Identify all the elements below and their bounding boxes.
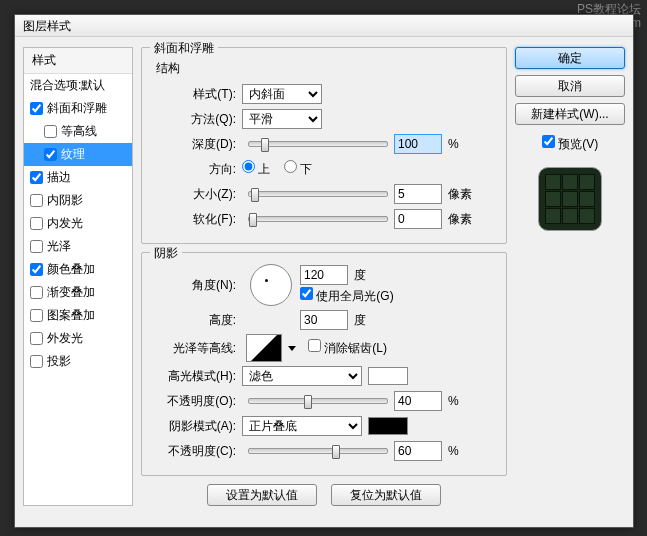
highlight-opacity-unit: % xyxy=(448,394,459,408)
shadow-opacity-unit: % xyxy=(448,444,459,458)
depth-slider[interactable] xyxy=(248,141,388,147)
style-item-checkbox[interactable] xyxy=(30,171,43,184)
altitude-input[interactable] xyxy=(300,310,348,330)
depth-unit: % xyxy=(448,137,459,151)
style-item-checkbox[interactable] xyxy=(30,217,43,230)
angle-input[interactable] xyxy=(300,265,348,285)
shadow-mode-select[interactable]: 正片叠底 xyxy=(242,416,362,436)
layer-style-dialog: 图层样式 样式 混合选项:默认 斜面和浮雕等高线纹理描边内阴影内发光光泽颜色叠加… xyxy=(14,14,634,528)
style-item-label: 描边 xyxy=(47,169,71,186)
global-light-checkbox[interactable]: 使用全局光(G) xyxy=(300,289,394,303)
shading-group: 阴影 角度(N): 度 使用全局光(G) 高度: xyxy=(141,252,507,476)
depth-label: 深度(D): xyxy=(152,136,242,153)
style-item-label: 等高线 xyxy=(61,123,97,140)
style-item-label: 颜色叠加 xyxy=(47,261,95,278)
style-item-checkbox[interactable] xyxy=(30,309,43,322)
technique-select[interactable]: 平滑 xyxy=(242,109,322,129)
shadow-opacity-slider[interactable] xyxy=(248,448,388,454)
new-style-button[interactable]: 新建样式(W)... xyxy=(515,103,625,125)
style-item-label: 纹理 xyxy=(61,146,85,163)
style-item-checkbox[interactable] xyxy=(30,332,43,345)
style-item-label: 外发光 xyxy=(47,330,83,347)
style-item-checkbox[interactable] xyxy=(30,286,43,299)
style-item[interactable]: 内发光 xyxy=(24,212,132,235)
highlight-mode-select[interactable]: 滤色 xyxy=(242,366,362,386)
angle-unit: 度 xyxy=(354,267,366,284)
style-item[interactable]: 渐变叠加 xyxy=(24,281,132,304)
style-item-checkbox[interactable] xyxy=(30,102,43,115)
shadow-opacity-label: 不透明度(C): xyxy=(152,443,242,460)
preview-checkbox[interactable]: 预览(V) xyxy=(542,135,598,153)
right-button-panel: 确定 取消 新建样式(W)... 预览(V) xyxy=(515,47,625,506)
style-item-checkbox[interactable] xyxy=(44,125,57,138)
style-select[interactable]: 内斜面 xyxy=(242,84,322,104)
size-slider[interactable] xyxy=(248,191,388,197)
soften-unit: 像素 xyxy=(448,211,472,228)
styles-header: 样式 xyxy=(24,48,132,74)
style-item-label: 内阴影 xyxy=(47,192,83,209)
antialias-checkbox[interactable]: 消除锯齿(L) xyxy=(308,339,387,357)
highlight-opacity-input[interactable] xyxy=(394,391,442,411)
style-item-label: 投影 xyxy=(47,353,71,370)
styles-list-panel: 样式 混合选项:默认 斜面和浮雕等高线纹理描边内阴影内发光光泽颜色叠加渐变叠加图… xyxy=(23,47,133,506)
direction-label: 方向: xyxy=(152,161,242,178)
soften-label: 软化(F): xyxy=(152,211,242,228)
style-item[interactable]: 图案叠加 xyxy=(24,304,132,327)
style-item[interactable]: 颜色叠加 xyxy=(24,258,132,281)
highlight-mode-label: 高光模式(H): xyxy=(152,368,242,385)
bevel-group: 斜面和浮雕 结构 样式(T): 内斜面 方法(Q): 平滑 深度(D): % xyxy=(141,47,507,244)
shadow-mode-label: 阴影模式(A): xyxy=(152,418,242,435)
reset-default-button[interactable]: 复位为默认值 xyxy=(331,484,441,506)
contour-label: 光泽等高线: xyxy=(152,340,242,357)
altitude-unit: 度 xyxy=(354,312,366,329)
style-item[interactable]: 内阴影 xyxy=(24,189,132,212)
style-item-checkbox[interactable] xyxy=(44,148,57,161)
style-item[interactable]: 等高线 xyxy=(24,120,132,143)
structure-title: 结构 xyxy=(156,60,496,77)
style-item-label: 渐变叠加 xyxy=(47,284,95,301)
highlight-opacity-slider[interactable] xyxy=(248,398,388,404)
preview-swatch xyxy=(538,167,602,231)
style-item-checkbox[interactable] xyxy=(30,263,43,276)
size-label: 大小(Z): xyxy=(152,186,242,203)
technique-label: 方法(Q): xyxy=(152,111,242,128)
style-item[interactable]: 光泽 xyxy=(24,235,132,258)
style-item-label: 斜面和浮雕 xyxy=(47,100,107,117)
style-item-label: 图案叠加 xyxy=(47,307,95,324)
altitude-label: 高度: xyxy=(152,312,242,329)
style-item-checkbox[interactable] xyxy=(30,194,43,207)
style-item[interactable]: 纹理 xyxy=(24,143,132,166)
style-label: 样式(T): xyxy=(152,86,242,103)
bevel-group-title: 斜面和浮雕 xyxy=(150,40,218,57)
style-item-label: 内发光 xyxy=(47,215,83,232)
options-panel: 斜面和浮雕 结构 样式(T): 内斜面 方法(Q): 平滑 深度(D): % xyxy=(141,47,507,506)
style-item[interactable]: 斜面和浮雕 xyxy=(24,97,132,120)
contour-dropdown-icon[interactable] xyxy=(288,346,296,351)
make-default-button[interactable]: 设置为默认值 xyxy=(207,484,317,506)
style-item-checkbox[interactable] xyxy=(30,240,43,253)
style-item[interactable]: 外发光 xyxy=(24,327,132,350)
style-item-checkbox[interactable] xyxy=(30,355,43,368)
shadow-opacity-input[interactable] xyxy=(394,441,442,461)
cancel-button[interactable]: 取消 xyxy=(515,75,625,97)
soften-input[interactable] xyxy=(394,209,442,229)
style-item[interactable]: 描边 xyxy=(24,166,132,189)
depth-input[interactable] xyxy=(394,134,442,154)
style-item[interactable]: 投影 xyxy=(24,350,132,373)
contour-picker[interactable] xyxy=(246,334,282,362)
blend-options-row[interactable]: 混合选项:默认 xyxy=(24,74,132,97)
highlight-color-swatch[interactable] xyxy=(368,367,408,385)
size-unit: 像素 xyxy=(448,186,472,203)
direction-down-radio[interactable]: 下 xyxy=(284,162,312,176)
dialog-title: 图层样式 xyxy=(23,19,71,33)
angle-label: 角度(N): xyxy=(152,277,242,294)
ok-button[interactable]: 确定 xyxy=(515,47,625,69)
highlight-opacity-label: 不透明度(O): xyxy=(152,393,242,410)
dialog-titlebar: 图层样式 xyxy=(15,15,633,37)
direction-up-radio[interactable]: 上 xyxy=(242,162,270,176)
angle-dial[interactable] xyxy=(250,264,292,306)
style-item-label: 光泽 xyxy=(47,238,71,255)
soften-slider[interactable] xyxy=(248,216,388,222)
shadow-color-swatch[interactable] xyxy=(368,417,408,435)
size-input[interactable] xyxy=(394,184,442,204)
